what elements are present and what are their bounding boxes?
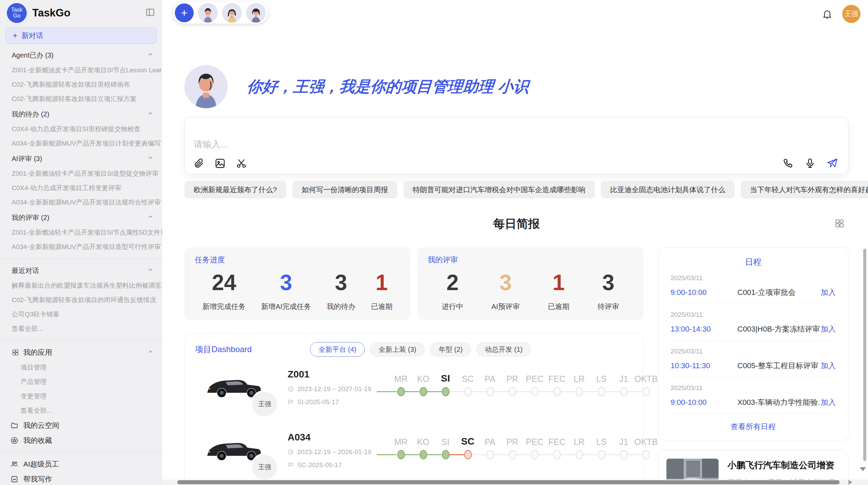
milestone-ko: KO [412,433,434,483]
project-dashboard-card: 项目Dashboard 全新平台 (4) 全新上装 (3) 年型 (2) 动总开… [184,334,643,485]
attachment-icon[interactable] [193,158,205,169]
owner-badge: 王强 [251,390,279,418]
section-my-apps[interactable]: 我的应用 [0,345,162,360]
flag-icon [288,462,294,468]
scroll-down-arrow-icon[interactable] [860,467,866,471]
main-area: + 王强 你好，王强，我是你的项目管理助理 小识 [162,0,868,485]
app-item-product-mgmt[interactable]: 产品管理 [0,375,162,389]
card-title: 我的评审 [428,255,634,265]
milestone-dot [420,450,427,459]
view-all-chats[interactable]: 查看全部... [0,322,162,336]
tab-year-model[interactable]: 年型 (2) [430,342,471,357]
horizontal-scrollbar[interactable] [177,480,840,484]
tab-new-body[interactable]: 全新上装 (3) [370,342,425,357]
suggestion-chip[interactable]: 比亚迪全固态电池计划具体说了什么 [601,181,735,198]
milestone-dot [620,450,628,459]
image-icon[interactable] [214,158,226,169]
chat-composer [184,117,848,174]
project-row-z001[interactable]: 王强 Z001 2023-12-19 ~ 2027-01-19 SI-2025-… [195,368,633,420]
add-agent-button[interactable]: + [175,3,194,22]
vertical-scrollbar[interactable] [863,249,866,461]
stat-pending-review: 3 待评审 [598,271,619,311]
conversation-item[interactable]: A034-全新新能源MUV产品开发项目法规符合性评审 [0,195,162,210]
app-item-project-mgmt[interactable]: 项目管理 [0,360,162,375]
chevron-up-icon[interactable] [147,154,154,163]
conversation-item[interactable]: Z001-全新燃油皮卡产品开发项目SI节点Lesson Learn报告 [0,63,162,77]
new-chat-button[interactable]: + 新对话 [5,27,157,44]
join-button[interactable]: 加入 [821,287,836,298]
app-item-change-mgmt[interactable]: 变更管理 [0,389,162,403]
tab-powertrain[interactable]: 动总开发 (1) [476,342,531,357]
conversation-item[interactable]: C0X4-动力总成开发项目SI里程碑提交物检查 [0,122,162,136]
milestone-pa: PA [479,433,501,483]
chevron-up-icon[interactable] [147,266,154,275]
milestone-oktb: OKTB [635,433,657,483]
join-button[interactable]: 加入 [821,324,836,334]
milestone-dot [642,387,650,396]
conversation-item[interactable]: C02-飞腾新能源轻客改款项目立项汇报方案 [0,92,162,106]
bell-icon[interactable] [822,9,833,20]
scissors-icon[interactable] [236,158,247,169]
chevron-up-icon[interactable] [147,51,154,60]
sidebar-item-ai-super-staff[interactable]: AI超级员工 [0,457,162,472]
scroll-right-arrow-icon[interactable] [848,480,852,485]
recent-chat-item[interactable]: 公司Q3轻卡销量 [0,307,162,322]
suggestion-chip[interactable]: 如何写一份清晰的项目周报 [292,181,397,198]
milestone-pec: PEC [523,370,546,420]
user-avatar[interactable]: 王强 [842,5,860,23]
mic-icon[interactable] [804,157,816,169]
agent-avatar-1[interactable] [198,3,218,23]
suggestion-chip[interactable]: 欧洲新规最近颁布了什么? [184,181,286,198]
project-next-milestone: SI-2025-05-17 [297,398,339,406]
join-button[interactable]: 加入 [821,397,836,408]
schedule-event-title: C003|H0B-方案冻结评审 [737,324,821,334]
section-recent-chats[interactable]: 最近对话 [0,263,162,278]
conversation-item[interactable]: Z001-全新燃油轻卡产品开发项目SI节点属性5D文件评审 [0,225,162,240]
sidebar-item-help-me-write[interactable]: 帮我写作 [0,472,162,485]
sidebar-item-favorites[interactable]: 我的收藏 [0,433,162,448]
schedule-time: 10:30-11:30 [671,361,737,370]
sidebar-item-cloud-space[interactable]: 我的云空间 [0,418,162,433]
view-all-schedule-link[interactable]: 查看所有日程 [671,422,836,432]
schedule-event-title: C001-立项审批会 [737,287,821,298]
stat-review-overdue: 1 已逾期 [548,271,569,311]
send-icon[interactable] [826,157,839,169]
chevron-up-icon[interactable] [147,213,154,222]
conversation-item[interactable]: Z001-全新燃油轻卡产品开发项目SI造型提交物评审 [0,166,162,181]
section-my-todo[interactable]: 我的待办 (2) [0,106,162,122]
chevron-up-icon[interactable] [147,348,154,357]
write-icon [10,475,19,483]
conversation-item[interactable]: A034-全新新能源MUV产品开发项目计划变更表编写 [0,136,162,151]
section-agent-done[interactable]: Agent已办 (3) [0,47,162,63]
milestone-dot [397,450,405,459]
agent-avatar-2[interactable] [222,3,242,23]
panel-toggle-icon[interactable] [145,7,155,19]
my-review-card: 我的评审 2 进行中 3 AI预评审 1 已逾期 [418,247,644,320]
schedule-time: 9:00-10:00 [671,398,737,407]
milestone-ls: LS [590,370,613,420]
agent-avatar-3[interactable] [246,3,266,23]
milestone-dot [486,387,494,396]
chevron-up-icon[interactable] [147,110,154,119]
sidebar-item-label: 我的收藏 [23,436,52,445]
section-my-review[interactable]: 我的评审 (2) [0,210,162,225]
conversation-item[interactable]: C02-飞腾新能源轻客改款项目里程碑画布 [0,77,162,92]
project-row-a034[interactable]: 王强 A034 2023-12-19 ~ 2026-01-19 SC-2025-… [195,431,633,483]
recent-chat-item[interactable]: 解释最新出台的欧盟报废车法规再生塑料比例被调至15%... [0,278,162,293]
phone-icon[interactable] [782,157,794,169]
view-all-apps[interactable]: 查看全部... [0,403,162,418]
tab-all-new-platform[interactable]: 全新平台 (4) [310,342,365,357]
layout-grid-icon[interactable] [834,218,845,230]
milestone-lr: LR [568,433,590,483]
section-title: AI评审 (3) [12,154,42,163]
section-ai-review[interactable]: AI评审 (3) [0,151,162,166]
suggestion-chip[interactable]: 当下年轻人对汽车外观有怎样的喜好趋势 [741,181,868,198]
chat-input[interactable] [194,122,839,155]
recent-chat-item[interactable]: C02-飞腾新能源轻客改款项目的闭环通告反馈情况 [0,293,162,307]
conversation-item[interactable]: C0X4-动力总成开发项目工程变更评审 [0,181,162,195]
suggestion-chip[interactable]: 特朗普可能对进口汽车增税会对中国车企造成哪些影响 [403,181,595,198]
schedule-entry: 2025/03/11 9:00-10:00 X003-车辆动力学性能验... 加… [671,377,836,414]
conversation-item[interactable]: A034-全新新能源MUV产品开发项目造型可行性评审 [0,240,162,254]
schedule-date: 2025/03/11 [671,311,836,319]
join-button[interactable]: 加入 [821,361,836,371]
